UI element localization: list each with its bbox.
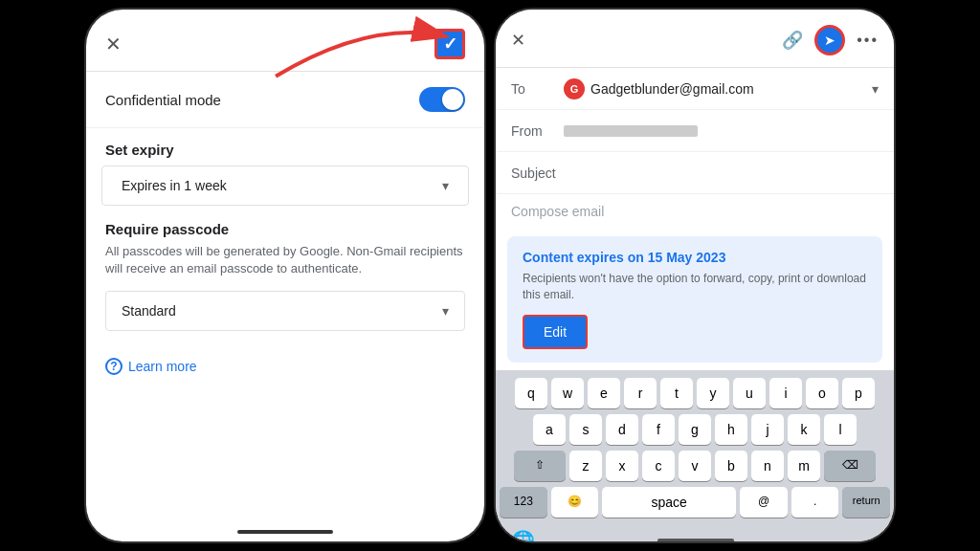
header-icons: 🔗 ➤ •••: [782, 25, 879, 55]
attachment-icon[interactable]: 🔗: [782, 30, 803, 51]
to-label: To: [511, 81, 564, 97]
home-indicator-right: [657, 539, 734, 542]
key-r[interactable]: r: [624, 378, 657, 408]
keyboard-row-1: q w e r t y u i o p: [500, 378, 890, 408]
left-panel: ✕ Confidential mode Set e: [86, 10, 484, 541]
learn-more-link[interactable]: Learn more: [128, 359, 197, 374]
key-space[interactable]: space: [602, 487, 736, 518]
key-b[interactable]: b: [715, 451, 747, 481]
key-e[interactable]: e: [588, 378, 620, 408]
key-i[interactable]: i: [769, 378, 802, 408]
passcode-option-value: Standard: [122, 303, 176, 319]
key-f[interactable]: f: [642, 414, 675, 445]
globe-icon[interactable]: 🌐: [511, 529, 535, 543]
confidential-mode-label: Confidential mode: [105, 92, 221, 108]
expiry-chevron-icon: ▾: [442, 178, 449, 193]
key-h[interactable]: h: [715, 414, 747, 445]
key-g[interactable]: g: [679, 414, 711, 445]
to-field-row: To G Gadgetblunder@gmail.com ▾: [496, 68, 894, 110]
from-value-blurred: [564, 125, 698, 137]
key-o[interactable]: o: [806, 378, 838, 408]
close-compose-icon[interactable]: ✕: [511, 30, 525, 51]
key-delete[interactable]: ⌫: [824, 451, 876, 481]
expiry-banner: Content expires on 15 May 2023 Recipient…: [507, 236, 882, 363]
from-label: From: [511, 123, 564, 139]
passcode-title: Require passcode: [105, 221, 465, 237]
key-period[interactable]: .: [791, 487, 839, 518]
key-k[interactable]: k: [788, 414, 820, 445]
keyboard-row-3: ⇧ z x c v b n m ⌫: [500, 451, 890, 481]
confirm-button[interactable]: [434, 29, 465, 59]
key-m[interactable]: m: [788, 451, 820, 481]
key-y[interactable]: y: [697, 378, 729, 408]
right-phone: ✕ 🔗 ➤ ••• To G Gadgetblunder@gmail.com ▾: [494, 8, 896, 543]
compose-body: To G Gadgetblunder@gmail.com ▾ From Subj…: [496, 68, 894, 370]
key-q[interactable]: q: [515, 378, 547, 408]
key-numbers[interactable]: 123: [500, 487, 547, 518]
to-expand-icon[interactable]: ▾: [872, 81, 879, 97]
send-button[interactable]: ➤: [814, 25, 845, 55]
compose-area[interactable]: Compose email: [496, 194, 894, 229]
key-l[interactable]: l: [824, 414, 857, 445]
close-icon[interactable]: ✕: [105, 33, 122, 55]
keyboard-row-bottom: 123 😊 space @ . return: [500, 487, 890, 518]
key-z[interactable]: z: [569, 451, 602, 481]
right-header: ✕ 🔗 ➤ •••: [496, 10, 894, 68]
toggle-knob: [442, 89, 463, 110]
key-v[interactable]: v: [679, 451, 711, 481]
keyboard-row-2: a s d f g h j k l: [500, 414, 890, 445]
passcode-description: All passcodes will be generated by Googl…: [105, 243, 465, 277]
passcode-dropdown[interactable]: Standard ▾: [105, 291, 465, 331]
left-header: ✕: [86, 10, 484, 72]
key-s[interactable]: s: [569, 414, 602, 445]
expiry-banner-title: Content expires on 15 May 2023: [523, 250, 867, 265]
confidential-mode-row: Confidential mode: [86, 72, 484, 128]
learn-more-row[interactable]: ? Learn more: [86, 339, 484, 394]
subject-label: Subject: [511, 165, 564, 181]
edit-button[interactable]: Edit: [523, 315, 588, 349]
key-w[interactable]: w: [551, 378, 584, 408]
from-field-row: From: [496, 110, 894, 152]
help-icon: ?: [105, 358, 122, 375]
key-x[interactable]: x: [606, 451, 638, 481]
passcode-chevron-icon: ▾: [442, 303, 449, 319]
expiry-dropdown[interactable]: Expires in 1 week ▾: [101, 165, 469, 206]
key-at[interactable]: @: [740, 487, 788, 518]
key-j[interactable]: j: [751, 414, 784, 445]
right-panel: ✕ 🔗 ➤ ••• To G Gadgetblunder@gmail.com ▾: [496, 10, 894, 541]
key-emoji[interactable]: 😊: [551, 487, 599, 518]
expiry-banner-desc: Recipients won't have the option to forw…: [523, 271, 867, 303]
key-shift[interactable]: ⇧: [514, 451, 566, 481]
key-p[interactable]: p: [842, 378, 875, 408]
key-d[interactable]: d: [606, 414, 638, 445]
key-u[interactable]: u: [733, 378, 766, 408]
key-n[interactable]: n: [751, 451, 784, 481]
key-return[interactable]: return: [842, 487, 890, 518]
to-value[interactable]: Gadgetblunder@gmail.com: [590, 81, 872, 97]
key-a[interactable]: a: [533, 414, 566, 445]
confidential-mode-toggle[interactable]: [419, 87, 465, 112]
expiry-value: Expires in 1 week: [122, 178, 227, 193]
send-icon: ➤: [824, 33, 835, 48]
key-c[interactable]: c: [642, 451, 675, 481]
left-phone: ✕ Confidential mode Set e: [84, 8, 486, 543]
home-indicator-left: [237, 530, 333, 534]
recipient-avatar: G: [564, 78, 585, 99]
subject-field-row[interactable]: Subject: [496, 152, 894, 194]
keyboard: q w e r t y u i o p a s d f g h j k: [496, 370, 894, 543]
passcode-section: Require passcode All passcodes will be g…: [86, 206, 484, 339]
set-expiry-label: Set expiry: [86, 128, 484, 165]
more-options-icon[interactable]: •••: [857, 32, 879, 49]
key-t[interactable]: t: [660, 378, 693, 408]
keyboard-bottom-bar: 🌐: [500, 523, 890, 543]
